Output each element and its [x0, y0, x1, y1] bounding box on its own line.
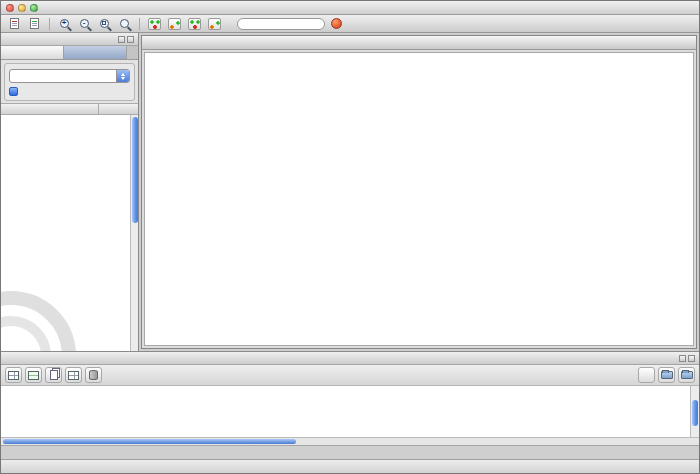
table-hscrollbar-thumb[interactable] [3, 439, 296, 444]
select-attributes-button[interactable] [5, 367, 22, 383]
network-graph[interactable] [145, 53, 693, 345]
node-color-selection-group [4, 63, 135, 101]
network-icon [208, 18, 221, 30]
attribute-browser-tabs [1, 445, 699, 459]
annotation-button[interactable] [186, 16, 203, 31]
mosaic-plugin-button[interactable] [328, 16, 345, 31]
network-icon [148, 18, 161, 30]
control-panel [1, 33, 139, 351]
control-panel-header [1, 33, 138, 46]
zoom-selected-button[interactable] [96, 16, 113, 31]
table-scrollbar[interactable] [690, 386, 699, 437]
data-panel-header [1, 352, 699, 365]
zoom-fit-button[interactable] [116, 16, 133, 31]
status-bar [1, 459, 699, 474]
zoom-selected-icon [100, 19, 109, 28]
select-nodes-row [9, 87, 130, 96]
delete-cylinder-icon [89, 370, 98, 380]
show-graphics-button[interactable] [146, 16, 163, 31]
control-panel-tabs [1, 46, 138, 60]
zoom-window-button[interactable] [30, 4, 38, 12]
color-attribute-dropdown[interactable] [9, 69, 130, 83]
network-view-title[interactable] [142, 36, 696, 50]
main-area [1, 33, 699, 351]
document-icon [10, 18, 19, 29]
copy-attribute-button[interactable] [45, 367, 62, 383]
folder-icon [661, 371, 673, 379]
table-scrollbar-thumb[interactable] [692, 400, 698, 426]
attribute-table [1, 386, 699, 437]
match-attribute-button[interactable] [65, 367, 82, 383]
network-view-frame [141, 35, 697, 349]
titlebar [1, 1, 699, 15]
red-ball-icon [331, 18, 342, 29]
network-tree [1, 115, 138, 351]
zoom-fit-icon [120, 19, 129, 28]
zoom-in-icon: + [60, 19, 69, 28]
vizmapper-button[interactable] [206, 16, 223, 31]
folder-icon [681, 371, 693, 379]
zoom-out-button[interactable]: - [76, 16, 93, 31]
new-attribute-icon [28, 371, 39, 380]
dropdown-arrows-icon [116, 70, 129, 82]
select-nodes-checkbox[interactable] [9, 87, 18, 96]
float-panel-button[interactable] [118, 36, 125, 43]
hide-graphics-button[interactable] [166, 16, 183, 31]
zoom-in-button[interactable]: + [56, 16, 73, 31]
attribute-grid-icon [8, 371, 19, 380]
tree-scrollbar[interactable] [130, 115, 138, 351]
tab-mosaic[interactable] [64, 46, 127, 59]
create-attribute-button[interactable] [25, 367, 42, 383]
tree-column-nodes [98, 104, 138, 114]
network-icon [188, 18, 201, 30]
data-panel [1, 351, 699, 445]
attribute-grid-icon [68, 371, 79, 380]
save-icon [30, 18, 39, 29]
data-panel-toolbar [1, 365, 699, 386]
network-icon [168, 18, 181, 30]
search-input[interactable] [237, 18, 325, 30]
copy-icon [50, 370, 58, 380]
minimize-window-button[interactable] [18, 4, 26, 12]
cytoscape-window: + - [0, 0, 700, 474]
delete-attribute-button[interactable] [85, 367, 102, 383]
close-panel-button[interactable] [688, 355, 695, 362]
close-window-button[interactable] [6, 4, 14, 12]
toolbar-separator [49, 18, 50, 30]
save-session-button[interactable] [26, 16, 43, 31]
window-controls [6, 4, 38, 12]
close-panel-button[interactable] [127, 36, 134, 43]
tree-scrollbar-thumb[interactable] [132, 117, 138, 223]
toolbar-separator [139, 18, 140, 30]
main-toolbar: + - [1, 15, 699, 33]
table-hscrollbar[interactable] [1, 437, 699, 445]
tree-header [1, 103, 138, 115]
import-attributes-button[interactable] [658, 367, 675, 383]
export-attributes-button[interactable] [678, 367, 695, 383]
tab-overflow-arrow-icon[interactable] [127, 46, 138, 59]
tree-column-network [1, 104, 98, 114]
tab-network[interactable] [1, 46, 64, 59]
zoom-out-icon: - [80, 19, 89, 28]
network-canvas[interactable] [144, 52, 694, 346]
float-panel-button[interactable] [679, 355, 686, 362]
formula-builder-button[interactable] [638, 367, 655, 383]
open-session-button[interactable] [6, 16, 23, 31]
